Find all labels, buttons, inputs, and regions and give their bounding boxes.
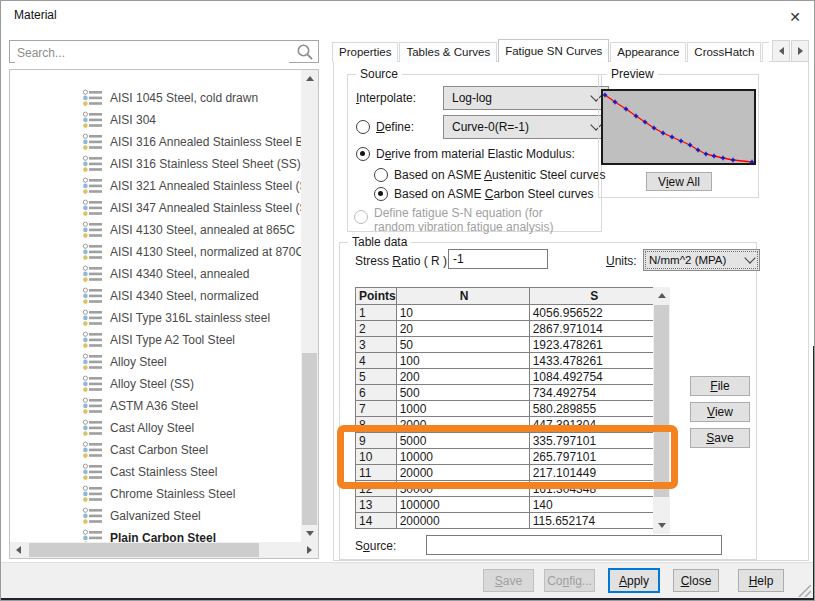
material-item[interactable]: AISI 316 Annealed Stainless Steel Bar [10, 131, 301, 153]
tab-scroll-arrows [771, 40, 809, 62]
scroll-up-icon[interactable] [653, 287, 670, 304]
tab-appearance[interactable]: Appearance [610, 42, 686, 62]
material-item-label: Galvanized Steel [110, 509, 201, 523]
data-cell[interactable]: 100 [396, 353, 529, 369]
scroll-right-icon[interactable] [301, 542, 318, 558]
material-icon [82, 111, 103, 129]
material-item[interactable]: Plain Carbon Steel [10, 527, 301, 542]
close-button[interactable]: Close [673, 569, 719, 592]
data-cell[interactable]: 200000 [396, 513, 529, 529]
data-cell[interactable]: 10 [396, 305, 529, 321]
tab-fatigue-sn-curves[interactable]: Fatigue SN Curves [498, 39, 609, 62]
material-item[interactable]: AISI Type 316L stainless steel [10, 307, 301, 329]
view-button[interactable]: View [690, 402, 750, 422]
material-item-label: Cast Alloy Steel [110, 421, 194, 435]
scroll-down-icon[interactable] [301, 525, 318, 542]
tree-vertical-scrollbar[interactable] [301, 70, 318, 542]
scroll-down-icon[interactable] [653, 517, 670, 534]
material-item[interactable]: Alloy Steel (SS) [10, 373, 301, 395]
material-item[interactable]: Alloy Steel [10, 351, 301, 373]
material-item[interactable]: Cast Alloy Steel [10, 417, 301, 439]
tab-properties[interactable]: Properties [332, 42, 398, 62]
data-cell[interactable]: 5000 [396, 433, 529, 449]
units-combo[interactable]: N/mm^2 (MPA) [643, 249, 760, 271]
interpolate-combo[interactable]: Log-log [443, 86, 609, 110]
material-item[interactable]: AISI 316 Stainless Steel Sheet (SS) [10, 153, 301, 175]
row-number-cell: 14 [356, 513, 397, 529]
data-cell[interactable]: 1923.478261 [529, 337, 656, 353]
stress-ratio-input[interactable] [448, 249, 548, 269]
search-input[interactable] [15, 42, 289, 63]
data-cell[interactable]: 4056.956522 [529, 305, 656, 321]
data-cell[interactable]: 1000 [396, 401, 529, 417]
material-item[interactable]: AISI 347 Annealed Stainless Steel (SS) [10, 197, 301, 219]
data-cell[interactable]: 161.304348 [529, 481, 656, 497]
material-item[interactable]: AISI 321 Annealed Stainless Steel (SS) [10, 175, 301, 197]
material-item[interactable]: AISI 4130 Steel, annealed at 865C [10, 219, 301, 241]
asme-austenitic-radio[interactable]: Based on ASME Austenitic Steel curves [374, 168, 605, 182]
data-cell[interactable]: 140 [529, 497, 656, 513]
save-table-button[interactable]: Save [690, 428, 750, 448]
material-item[interactable]: AISI 4340 Steel, normalized [10, 285, 301, 307]
data-cell[interactable]: 100000 [396, 497, 529, 513]
material-icon [82, 529, 103, 542]
material-item[interactable]: Cast Stainless Steel [10, 461, 301, 483]
material-icon [82, 485, 103, 503]
material-item[interactable]: AISI 304 [10, 109, 301, 131]
scroll-left-icon[interactable] [10, 542, 27, 558]
data-cell[interactable]: 20 [396, 321, 529, 337]
tab-scroll-left-icon[interactable] [772, 40, 790, 62]
data-cell[interactable]: 1084.492754 [529, 369, 656, 385]
data-cell[interactable]: 1433.478261 [529, 353, 656, 369]
material-item[interactable]: Chrome Stainless Steel [10, 483, 301, 505]
material-item[interactable]: Cast Carbon Steel [10, 439, 301, 461]
scroll-up-icon[interactable] [301, 70, 318, 87]
material-item[interactable]: AISI 1045 Steel, cold drawn [10, 87, 301, 109]
tree-vertical-scroll-thumb[interactable] [302, 353, 317, 532]
data-cell[interactable]: 335.797101 [529, 433, 656, 449]
material-item[interactable]: ASTM A36 Steel [10, 395, 301, 417]
table-column-header-s: S [529, 288, 656, 305]
file-button[interactable]: File [690, 376, 750, 396]
data-cell[interactable]: 10000 [396, 449, 529, 465]
resize-grip[interactable] [795, 585, 811, 597]
data-cell[interactable]: 2867.971014 [529, 321, 656, 337]
derive-from-modulus-radio[interactable]: Derive from material Elastic Modulus: [356, 147, 575, 161]
close-icon[interactable]: ✕ [781, 5, 809, 29]
asme-carbon-radio[interactable]: Based on ASME Carbon Steel curves [374, 187, 593, 201]
tab-custom[interactable]: Custom [762, 42, 769, 62]
table-source-input[interactable] [426, 535, 722, 555]
data-cell[interactable]: 115.652174 [529, 513, 656, 529]
data-cell[interactable]: 50 [396, 337, 529, 353]
define-curve-combo[interactable]: Curve-0(R=-1) [443, 115, 609, 139]
tree-horizontal-scroll-thumb[interactable] [29, 543, 259, 557]
table-vertical-scrollbar[interactable] [653, 287, 670, 534]
tab-scroll-right-icon[interactable] [791, 40, 809, 62]
table-vertical-scroll-thumb[interactable] [654, 305, 669, 497]
data-cell[interactable]: 50000 [396, 481, 529, 497]
define-radio[interactable]: Define: [356, 120, 414, 134]
material-item[interactable]: AISI Type A2 Tool Steel [10, 329, 301, 351]
view-all-button[interactable]: View All [646, 172, 712, 191]
material-item-label: AISI 4340 Steel, annealed [110, 267, 249, 281]
data-cell[interactable]: 20000 [396, 465, 529, 481]
row-number-cell: 8 [356, 417, 397, 433]
data-cell[interactable]: 265.797101 [529, 449, 656, 465]
data-cell[interactable]: 2000 [396, 417, 529, 433]
apply-button[interactable]: Apply [608, 568, 660, 593]
help-button[interactable]: Help [738, 569, 784, 592]
data-cell[interactable]: 217.101449 [529, 465, 656, 481]
tab-crosshatch[interactable]: CrossHatch [687, 42, 761, 62]
material-item[interactable]: AISI 4340 Steel, annealed [10, 263, 301, 285]
material-item[interactable]: AISI 4130 Steel, normalized at 870C [10, 241, 301, 263]
tab-tables-curves[interactable]: Tables & Curves [399, 42, 497, 62]
tabs: PropertiesTables & CurvesFatigue SN Curv… [332, 39, 769, 62]
data-cell[interactable]: 200 [396, 369, 529, 385]
data-cell[interactable]: 447.391304 [529, 417, 656, 433]
tree-horizontal-scrollbar[interactable] [10, 542, 318, 558]
data-cell[interactable]: 734.492754 [529, 385, 656, 401]
data-cell[interactable]: 580.289855 [529, 401, 656, 417]
data-cell[interactable]: 500 [396, 385, 529, 401]
material-item-label: AISI 4340 Steel, normalized [110, 289, 259, 303]
material-item[interactable]: Galvanized Steel [10, 505, 301, 527]
